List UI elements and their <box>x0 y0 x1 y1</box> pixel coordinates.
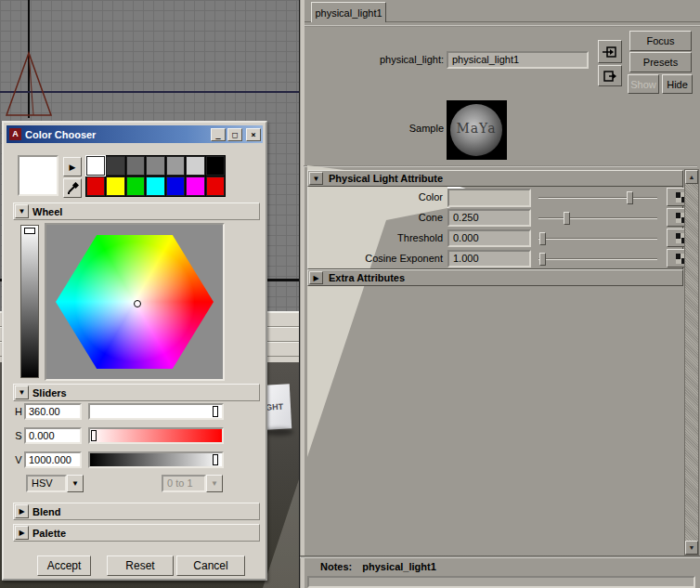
presets-button[interactable]: Presets <box>629 52 692 72</box>
accept-button[interactable]: Accept <box>37 555 91 576</box>
node-field-label: physical_light: <box>356 54 444 65</box>
saturation-handle[interactable] <box>91 430 97 441</box>
notes-input[interactable] <box>307 576 695 588</box>
light-cone-wireframe[interactable] <box>0 49 65 119</box>
section-extra-attributes: ▶ Extra Attributes <box>307 269 683 286</box>
palette-title: Palette <box>32 528 66 539</box>
cone-label: Cone <box>308 212 443 223</box>
palette-menu-button[interactable]: ▶ <box>63 157 82 176</box>
attribute-scrollbar[interactable]: ▲ ▼ <box>684 169 699 555</box>
palette-swatch[interactable] <box>206 156 225 176</box>
hue-handle[interactable] <box>213 406 218 417</box>
palette-swatch[interactable] <box>186 176 204 196</box>
cone-input[interactable]: 0.250 <box>447 209 531 227</box>
threshold-slider[interactable] <box>538 231 657 246</box>
close-button[interactable]: × <box>246 128 261 141</box>
copy-tab-button[interactable] <box>598 40 622 63</box>
expand-arrow-icon[interactable]: ▶ <box>15 526 29 540</box>
cone-slider[interactable] <box>538 211 657 226</box>
color-slider[interactable] <box>538 190 657 205</box>
slider-track <box>538 258 657 260</box>
cosine-exponent-label: Cosine Exponent <box>308 253 443 264</box>
collapse-arrow-icon[interactable]: ▼ <box>15 385 29 399</box>
cosine-exponent-slider[interactable] <box>538 252 657 267</box>
value-slider-handle[interactable] <box>24 228 35 234</box>
palette-swatch[interactable] <box>126 176 145 196</box>
slider-handle[interactable] <box>539 253 546 266</box>
section-header-physical-light[interactable]: ▼ Physical Light Attribute <box>307 170 683 187</box>
expand-arrow-icon[interactable]: ▶ <box>309 271 323 284</box>
s-input[interactable]: 0.000 <box>24 427 82 444</box>
notes-row: Notes: physical_light1 <box>320 561 436 572</box>
sliders-section-header[interactable]: ▼ Sliders <box>13 384 260 401</box>
scroll-up-button[interactable]: ▲ <box>685 170 698 184</box>
color-swatch[interactable] <box>447 189 531 207</box>
color-wheel-panel[interactable] <box>45 223 225 381</box>
palette-swatch[interactable] <box>86 176 105 196</box>
palette-swatch[interactable] <box>186 156 204 176</box>
palette-swatch[interactable] <box>166 176 185 196</box>
h-input[interactable]: 360.00 <box>24 403 82 420</box>
palette-swatch[interactable] <box>206 176 225 196</box>
hue-slider[interactable] <box>88 403 224 420</box>
node-name-input[interactable]: physical_light1 <box>447 51 589 69</box>
section-title: Physical Light Attribute <box>329 173 443 184</box>
collapse-arrow-icon[interactable]: ▼ <box>15 204 29 218</box>
light-label-text: GHT <box>266 402 283 412</box>
section-title: Extra Attributes <box>329 272 405 283</box>
screen: GHT physical_light1 physical_light: phys… <box>0 0 700 588</box>
palette-swatch[interactable] <box>86 156 105 176</box>
palette-swatch[interactable] <box>146 176 164 196</box>
v-input[interactable]: 1000.000 <box>24 451 82 468</box>
palette-swatch[interactable] <box>106 176 124 196</box>
slider-handle[interactable] <box>564 212 570 225</box>
value-slider[interactable] <box>88 451 224 468</box>
slider-handle[interactable] <box>627 191 633 204</box>
palette-section-header[interactable]: ▶ Palette <box>13 524 260 542</box>
threshold-input[interactable]: 0.000 <box>447 229 531 247</box>
scroll-down-button[interactable]: ▼ <box>685 541 698 555</box>
section-header-extra-attributes[interactable]: ▶ Extra Attributes <box>307 269 683 286</box>
color-model-dropdown[interactable]: HSV ▼ <box>26 475 84 492</box>
attribute-editor-panel: physical_light1 physical_light: physical… <box>299 0 700 588</box>
show-button-label: Show <box>630 79 656 90</box>
blend-section-header[interactable]: ▶ Blend <box>13 503 260 520</box>
palette-swatch[interactable] <box>146 156 164 176</box>
saturation-slider[interactable] <box>88 427 224 444</box>
palette-swatch[interactable] <box>126 156 145 176</box>
wheel-cursor[interactable] <box>134 300 141 307</box>
reset-button[interactable]: Reset <box>107 555 174 576</box>
value-gradient-slider[interactable] <box>20 225 39 378</box>
attribute-editor-border <box>301 0 305 588</box>
wheel-section-header[interactable]: ▼ Wheel <box>13 203 260 220</box>
palette-swatch[interactable] <box>106 156 124 176</box>
hide-button[interactable]: Hide <box>662 74 693 94</box>
range-dropdown[interactable]: 0 to 1 ▼ <box>162 475 223 492</box>
eyedropper-icon <box>66 182 79 195</box>
sliders-title: Sliders <box>32 387 67 399</box>
palette-swatch[interactable] <box>166 156 185 176</box>
collapse-arrow-icon[interactable]: ▼ <box>309 172 323 185</box>
section-physical-light-attribute: ▼ Physical Light Attribute Color Cone <box>307 170 683 269</box>
focus-button[interactable]: Focus <box>629 31 692 51</box>
minimize-button[interactable]: _ <box>211 128 226 141</box>
maya-logo: MaYa <box>450 121 502 136</box>
cancel-button[interactable]: Cancel <box>176 555 245 576</box>
expand-arrow-icon[interactable]: ▶ <box>15 504 29 518</box>
show-button[interactable]: Show <box>628 74 659 94</box>
slider-handle[interactable] <box>539 232 546 245</box>
cosine-exponent-input[interactable]: 1.000 <box>447 250 531 268</box>
eyedropper-button[interactable] <box>63 178 82 198</box>
chevron-down-icon[interactable]: ▼ <box>67 475 84 492</box>
preset-palette <box>85 155 226 197</box>
accept-label: Accept <box>47 559 82 572</box>
sample-swatch[interactable]: MaYa <box>447 100 507 160</box>
tab-physical-light1[interactable]: physical_light1 <box>311 2 386 22</box>
wheel-title: Wheel <box>32 206 62 217</box>
focus-button-label: Focus <box>647 35 675 46</box>
color-chooser-titlebar[interactable]: A Color Chooser _ □ × <box>6 125 263 143</box>
maximize-button[interactable]: □ <box>227 128 242 141</box>
pop-out-tab-button[interactable] <box>598 65 622 86</box>
value-handle[interactable] <box>213 454 218 465</box>
color-model-value: HSV <box>26 475 67 492</box>
